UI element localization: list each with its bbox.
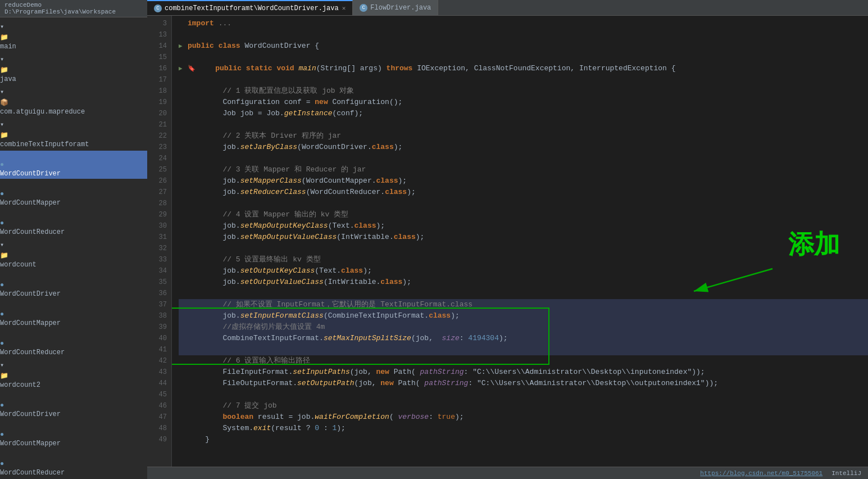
code-line-25: // 3 关联 Mapper 和 Reducer 的 jar	[179, 164, 868, 175]
tab-label-flowdriver: FlowDriver.java	[370, 4, 431, 12]
run-arrow-16[interactable]: ▶	[179, 63, 185, 74]
sidebar-item-WordCountReducer-wc2[interactable]: ●WordCountReducer	[0, 449, 147, 478]
code-line-18: // 1 获取配置信息以及获取 job 对象	[179, 85, 868, 97]
code-text-19: Configuration conf = new Configuration()…	[188, 97, 402, 108]
code-line-15	[179, 52, 868, 63]
code-line-20: Job job = Job.getInstance(conf);	[179, 108, 868, 119]
tab-wordcountdriver[interactable]: C combineTextInputforamt\WordCountDriver…	[147, 0, 353, 15]
line-num-20: 20	[147, 108, 167, 119]
tab-bar: C combineTextInputforamt\WordCountDriver…	[147, 0, 868, 16]
code-text-13	[188, 29, 192, 40]
sidebar-item-wordcount[interactable]: 📁wordcount	[0, 238, 147, 270]
code-line-24	[179, 153, 868, 164]
code-text-41	[188, 344, 192, 355]
code-line-30: job.setMapOutputKeyClass(Text.class);	[179, 220, 868, 232]
sidebar-item-WordCountMapper-wc[interactable]: ●WordCountMapper	[0, 300, 147, 329]
bottom-bar: https://blog.csdn.net/m0_51755061 Intell…	[147, 467, 868, 479]
code-text-49: }	[188, 434, 210, 445]
line-num-16: 16	[147, 63, 167, 74]
line-num-21: 21	[147, 119, 167, 130]
svg-line-1	[694, 269, 772, 291]
code-line-42: // 6 设置输入和输出路径	[179, 355, 868, 367]
sidebar: reduceDemo D:\ProgramFiles\java\Workspac…	[0, 0, 147, 479]
run-arrow-14[interactable]: ▶	[179, 40, 185, 52]
sidebar-item-WordCountMapper-wc2[interactable]: ●WordCountMapper	[0, 420, 147, 449]
line-num-45: 45	[147, 389, 167, 400]
code-line-19: Configuration conf = new Configuration()…	[179, 97, 868, 108]
sidebar-item-WordCountDriver-combine[interactable]: ●WordCountDriver	[0, 150, 147, 179]
line-num-47: 47	[147, 412, 167, 423]
code-text-46: // 7 提交 job	[188, 400, 277, 412]
code-line-26: job.setMapperClass(WordCountMapper.class…	[179, 175, 868, 187]
code-content[interactable]: 添加 import ... ▶public class WordCountDri…	[172, 16, 868, 467]
code-text-23: job.setJarByClass(WordCountDriver.class)…	[188, 142, 402, 153]
status-intellij: IntelliJ	[831, 470, 861, 477]
code-line-41	[179, 344, 868, 355]
tab-close-wordcountdriver[interactable]: ✕	[342, 4, 346, 12]
line-num-13: 13	[147, 29, 167, 40]
add-annotation: 添加	[788, 241, 840, 252]
code-text-17	[188, 74, 192, 85]
line-num-33: 33	[147, 254, 167, 265]
code-text-32	[188, 243, 192, 254]
line-num-44: 44	[147, 378, 167, 389]
line-num-3: 3	[147, 18, 167, 29]
sidebar-item-WordCountMapper-combine[interactable]: ●WordCountMapper	[0, 179, 147, 209]
sidebar-item-com-atguigu-mapreduce[interactable]: 📦com.atguigu.mapreduce	[0, 85, 147, 118]
line-num-19: 19	[147, 97, 167, 108]
line-num-40: 40	[147, 333, 167, 344]
sidebar-header: reduceDemo D:\ProgramFiles\java\Workspac…	[0, 0, 147, 17]
tab-icon-wordcountdriver: C	[154, 4, 162, 12]
code-text-40: CombineTextInputFormat.setMaxInputSplitS…	[188, 333, 508, 344]
line-num-46: 46	[147, 400, 167, 412]
code-text-34: job.setOutputKeyClass(Text.class);	[188, 265, 372, 277]
sidebar-item-WordCountReducer-wc[interactable]: ●WordCountReducer	[0, 329, 147, 358]
line-num-35: 35	[147, 277, 167, 288]
code-text-42: // 6 设置输入和输出路径	[188, 355, 310, 367]
sidebar-item-WordCountDriver-wc[interactable]: ●WordCountDriver	[0, 270, 147, 300]
line-num-24: 24	[147, 153, 167, 164]
code-line-32	[179, 243, 868, 254]
code-text-39: //虚拟存储切片最大值设置 4m	[188, 322, 325, 333]
code-line-31: job.setMapOutputValueClass(IntWritable.c…	[179, 232, 868, 243]
line-num-30: 30	[147, 220, 167, 232]
code-text-18: // 1 获取配置信息以及获取 job 对象	[188, 85, 354, 97]
code-text-38: job.setInputFormatClass(CombineTextInput…	[188, 310, 460, 322]
sidebar-item-java[interactable]: 📁java	[0, 52, 147, 85]
line-num-36: 36	[147, 288, 167, 299]
line-num-25: 25	[147, 164, 167, 175]
code-text-48: System.exit(result ? 0 : 1);	[188, 423, 346, 434]
sidebar-header-text: reduceDemo D:\ProgramFiles\java\Workspac…	[4, 2, 116, 15]
code-text-16: public static void main(String[] args) t…	[198, 63, 676, 74]
code-line-13	[179, 29, 868, 40]
sidebar-item-wordcount2[interactable]: 📁wordcount2	[0, 358, 147, 391]
line-num-28: 28	[147, 198, 167, 209]
status-url[interactable]: https://blog.csdn.net/m0_51755061	[700, 470, 822, 477]
line-num-34: 34	[147, 265, 167, 277]
code-text-30: job.setMapOutputKeyClass(Text.class);	[188, 220, 385, 232]
code-text-14: public class WordCountDriver {	[188, 40, 319, 52]
code-line-17	[179, 74, 868, 85]
line-num-49: 49	[147, 434, 167, 445]
line-num-43: 43	[147, 367, 167, 378]
code-line-16: ▶🔖 public static void main(String[] args…	[179, 63, 868, 74]
code-line-14: ▶public class WordCountDriver {	[179, 40, 868, 52]
code-text-47: boolean result = job.waitForCompletion( …	[188, 412, 464, 423]
code-line-3: import ...	[179, 18, 868, 29]
code-text-20: Job job = Job.getInstance(conf);	[188, 108, 363, 119]
sidebar-item-combineTextInputforamt[interactable]: 📁combineTextInputforamt	[0, 118, 147, 150]
tab-label-wordcountdriver: combineTextInputforamt\WordCountDriver.j…	[165, 4, 339, 12]
bookmark-16: 🔖	[188, 63, 196, 74]
sidebar-item-main[interactable]: 📁main	[0, 20, 147, 52]
code-line-48: System.exit(result ? 0 : 1);	[179, 423, 868, 434]
code-text-24	[188, 153, 192, 164]
line-num-39: 39	[147, 322, 167, 333]
code-line-29: // 4 设置 Mapper 输出的 kv 类型	[179, 209, 868, 220]
sidebar-item-WordCountReducer-combine[interactable]: ●WordCountReducer	[0, 209, 147, 238]
code-text-3: import ...	[188, 18, 231, 29]
sidebar-item-WordCountDriver-wc2[interactable]: ●WordCountDriver	[0, 391, 147, 420]
line-num-29: 29	[147, 209, 167, 220]
line-num-48: 48	[147, 423, 167, 434]
tab-flowdriver[interactable]: C FlowDriver.java	[353, 0, 438, 15]
line-num-37: 37	[147, 299, 167, 310]
